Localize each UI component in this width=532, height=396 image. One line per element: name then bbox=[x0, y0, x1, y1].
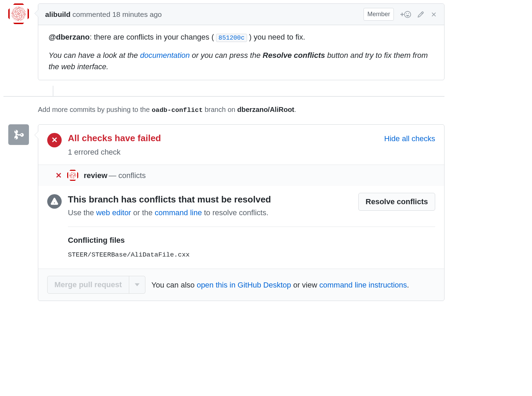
conflicting-files: Conflicting files STEER/STEERBase/AliDat… bbox=[47, 227, 435, 262]
commenter-avatar[interactable] bbox=[8, 3, 29, 24]
check-avatar[interactable] bbox=[67, 170, 78, 181]
cli-instructions-link[interactable]: command line instructions bbox=[319, 281, 407, 289]
push-hint: Add more commits by pushing to the oadb-… bbox=[3, 104, 444, 115]
checks-section: ✕ All checks have failed 1 errored check… bbox=[38, 125, 444, 165]
conflict-subtitle: Use the web editor or the command line t… bbox=[68, 207, 352, 218]
add-reaction-icon[interactable]: + bbox=[400, 9, 411, 20]
merge-pr-button[interactable]: Merge pull request bbox=[47, 276, 129, 294]
divider bbox=[3, 96, 444, 97]
merge-button-group: Merge pull request bbox=[47, 276, 145, 294]
close-icon[interactable] bbox=[430, 11, 437, 18]
merge-footer-text: You can also open this in GitHub Desktop… bbox=[152, 279, 409, 291]
resolve-bold: Resolve conflicts bbox=[263, 51, 325, 60]
check-name[interactable]: review bbox=[84, 171, 108, 180]
repo-name: dberzano/AliRoot bbox=[237, 106, 294, 113]
merge-icon bbox=[8, 124, 29, 145]
comment-author[interactable]: alibuild bbox=[45, 10, 71, 18]
documentation-link[interactable]: documentation bbox=[140, 51, 190, 60]
checks-subtitle: 1 errored check bbox=[68, 146, 378, 158]
branch-name: oadb-conflict bbox=[152, 106, 203, 114]
comment-item: alibuild commented 18 minutes ago Member… bbox=[3, 3, 444, 80]
member-badge: Member bbox=[364, 8, 394, 21]
comment-header: alibuild commented 18 minutes ago Member… bbox=[38, 4, 444, 25]
comment-action: commented bbox=[72, 10, 110, 18]
conflict-title: This branch has conflicts that must be r… bbox=[68, 193, 352, 206]
commit-sha[interactable]: 851200c bbox=[216, 34, 247, 42]
web-editor-link[interactable]: web editor bbox=[96, 208, 131, 217]
timeline-line bbox=[53, 86, 53, 96]
edit-icon[interactable] bbox=[417, 11, 424, 18]
mention[interactable]: @dberzano bbox=[49, 33, 90, 41]
resolve-conflicts-button[interactable]: Resolve conflicts bbox=[358, 193, 435, 211]
open-desktop-link[interactable]: open this in GitHub Desktop bbox=[197, 281, 291, 289]
checks-title: All checks have failed bbox=[68, 132, 378, 145]
check-fail-icon: ✕ bbox=[55, 170, 62, 181]
comment-box: alibuild commented 18 minutes ago Member… bbox=[38, 3, 444, 80]
conflicting-file: STEER/STEERBase/AliDataFile.cxx bbox=[68, 250, 435, 260]
check-row: ✕ review — conflicts bbox=[38, 165, 444, 186]
hide-checks-link[interactable]: Hide all checks bbox=[384, 133, 435, 158]
check-status: — conflicts bbox=[109, 171, 146, 180]
merge-caret-button[interactable] bbox=[129, 276, 145, 294]
command-line-link[interactable]: command line bbox=[155, 208, 202, 217]
conflicting-files-label: Conflicting files bbox=[68, 235, 435, 246]
fail-icon: ✕ bbox=[47, 133, 62, 147]
comment-body: @dberzano: there are conflicts in your c… bbox=[38, 25, 444, 80]
conflict-section: This branch has conflicts that must be r… bbox=[38, 186, 444, 269]
merge-panel: ✕ All checks have failed 1 errored check… bbox=[3, 124, 444, 301]
comment-time[interactable]: 18 minutes ago bbox=[112, 10, 162, 18]
warning-icon bbox=[47, 194, 62, 209]
merge-footer: Merge pull request You can also open thi… bbox=[38, 269, 444, 301]
chevron-down-icon bbox=[135, 283, 140, 286]
